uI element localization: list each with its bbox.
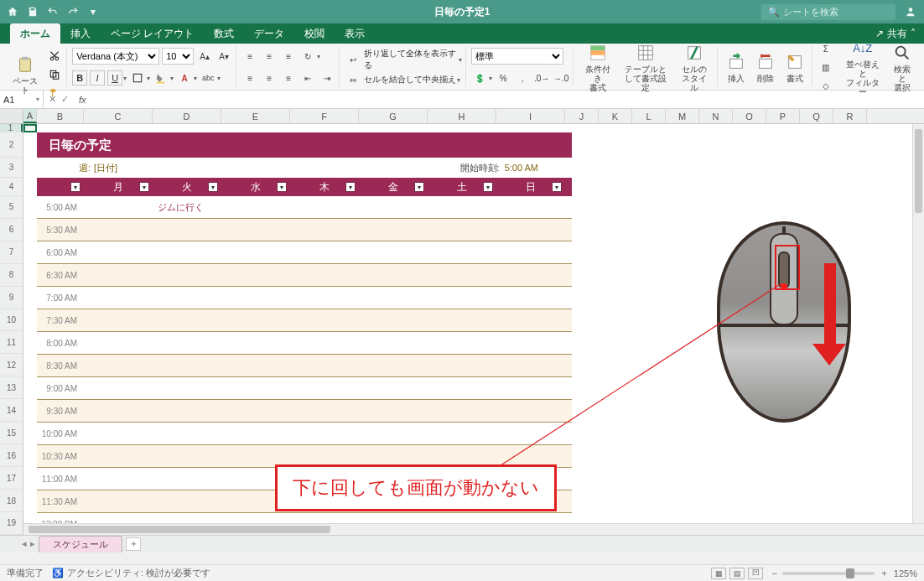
zoom-value[interactable]: 125% [894,568,917,578]
format-as-table-button[interactable]: テーブルと して書式設定 [619,43,672,92]
tab-view[interactable]: 表示 [335,23,375,44]
filter-icon[interactable]: ▾ [70,182,80,192]
col-E[interactable]: E [221,109,290,123]
namebox-dropdown-icon[interactable]: ▾ [36,96,39,103]
home-icon[interactable] [5,4,20,19]
percent-icon[interactable]: % [495,70,511,86]
copy-icon[interactable] [46,66,63,83]
row-12[interactable]: 12 [0,354,23,376]
align-center-icon[interactable]: ≡ [261,70,278,86]
sort-filter-button[interactable]: A↓Z 並べ替えと フィルター [840,38,885,96]
zoom-slider[interactable] [782,572,875,575]
schedule-row[interactable]: 9:00 AM [37,377,572,400]
paste-button[interactable]: ペースト [7,54,44,95]
col-N[interactable]: N [699,109,733,123]
insert-cells-button[interactable]: 挿入 [723,52,750,83]
conditional-format-button[interactable]: 条件付き 書式 [579,43,616,92]
undo-icon[interactable] [45,4,60,19]
delete-cells-button[interactable]: 削除 [752,52,779,83]
formula-enter-icon[interactable]: ✓ [61,94,69,105]
sheet-search[interactable]: 🔍 シートを検索 [761,4,895,20]
schedule-row[interactable]: 7:30 AM [37,309,572,332]
accessibility-status[interactable]: ♿ アクセシビリティ: 検討が必要です [52,567,210,579]
schedule-row[interactable]: 10:00 AM [37,423,572,445]
sheet-tab[interactable]: スケジュール [39,536,122,552]
font-size-combo[interactable]: 10 [162,48,194,65]
col-H[interactable]: H [428,109,496,123]
number-format-combo[interactable]: 標準 [471,48,563,65]
indent-decrease-icon[interactable]: ⇤ [299,70,316,86]
align-bottom-icon[interactable]: ≡ [280,48,297,65]
col-O[interactable]: O [733,109,766,123]
col-Q[interactable]: Q [800,109,833,123]
increase-font-icon[interactable]: A▴ [196,48,213,65]
indent-increase-icon[interactable]: ⇥ [319,70,335,86]
schedule-row[interactable]: 6:00 AM [37,241,572,264]
day-wed[interactable]: 水▾ [221,178,290,196]
row-15[interactable]: 15 [0,422,23,444]
col-P[interactable]: P [766,109,800,123]
row-1[interactable]: 1 [0,124,23,132]
col-K[interactable]: K [599,109,632,123]
comma-icon[interactable]: , [514,70,531,86]
add-sheet-button[interactable]: ＋ [126,537,141,551]
row-4[interactable]: 4 [0,178,23,196]
row-9[interactable]: 9 [0,287,23,309]
col-L[interactable]: L [632,109,666,123]
row-11[interactable]: 11 [0,331,23,354]
schedule-row[interactable]: 7:00 AM [37,287,572,309]
autosum-icon[interactable]: Σ [818,40,834,57]
column-headers[interactable]: A B C D E F G H I J K L M N O P Q R [0,109,924,124]
tab-data[interactable]: データ [244,23,294,44]
fill-color-icon[interactable] [153,70,169,86]
tab-review[interactable]: 校閲 [294,23,335,44]
view-page-layout-icon[interactable]: ▤ [729,568,745,579]
row-6[interactable]: 6 [0,219,23,241]
col-A[interactable]: A [23,109,37,123]
horizontal-scrollbar[interactable] [23,523,924,535]
align-middle-icon[interactable]: ≡ [261,48,278,65]
schedule-row[interactable]: 8:00 AM [37,332,572,355]
qat-more-icon[interactable]: ▾ [86,4,101,19]
merge-center-button[interactable]: ⇔ セルを結合して中央揃え ▾ [345,71,462,88]
align-right-icon[interactable]: ≡ [280,70,297,86]
row-19[interactable]: 19 [0,512,23,535]
row-16[interactable]: 16 [0,444,23,467]
schedule-row[interactable]: 5:30 AM [37,219,572,241]
collapse-ribbon-icon[interactable]: ˄ [911,28,916,39]
row-13[interactable]: 13 [0,376,23,399]
col-G[interactable]: G [359,109,428,123]
fx-icon[interactable]: fx [74,95,86,105]
font-color-icon[interactable]: A [176,70,193,86]
scroll-thumb[interactable] [915,129,922,213]
schedule-cell[interactable]: ジムに行く [153,201,221,214]
filter-icon[interactable]: ▾ [345,182,356,192]
account-icon[interactable] [902,3,919,20]
clear-icon[interactable]: ◇ [818,77,834,94]
zoom-out-icon[interactable]: − [771,568,776,578]
view-normal-icon[interactable]: ▦ [711,568,726,579]
day-tue[interactable]: 火▾ [153,178,221,196]
col-J[interactable]: J [565,109,599,123]
formula-cancel-icon[interactable]: ✕ [49,94,56,105]
underline-button[interactable]: U [107,70,122,86]
italic-button[interactable]: I [90,70,105,86]
filter-icon[interactable]: ▾ [414,182,424,192]
row-5[interactable]: 5 [0,196,23,219]
cell-styles-button[interactable]: セルの スタイル [675,43,713,92]
zoom-control[interactable]: − ＋ 125% [771,567,917,579]
filter-icon[interactable]: ▾ [483,182,493,192]
filter-icon[interactable]: ▾ [208,182,218,192]
redo-icon[interactable] [65,4,80,19]
row-headers[interactable]: 1 2 3 4 5 6 7 8 9 10 11 12 13 14 15 16 1… [0,124,23,535]
row-8[interactable]: 8 [0,264,23,287]
row-14[interactable]: 14 [0,399,23,422]
col-D[interactable]: D [153,109,221,123]
border-icon[interactable] [129,70,146,86]
format-cells-button[interactable]: 書式 [781,52,808,83]
col-C[interactable]: C [84,109,153,123]
wrap-text-button[interactable]: ↩ 折り返して全体を表示する ▾ [345,48,462,71]
tab-nav-next-icon[interactable]: ▸ [30,538,35,549]
find-select-button[interactable]: 検索と 選択 [888,43,917,92]
decrease-decimal-icon[interactable]: →.0 [553,70,569,86]
